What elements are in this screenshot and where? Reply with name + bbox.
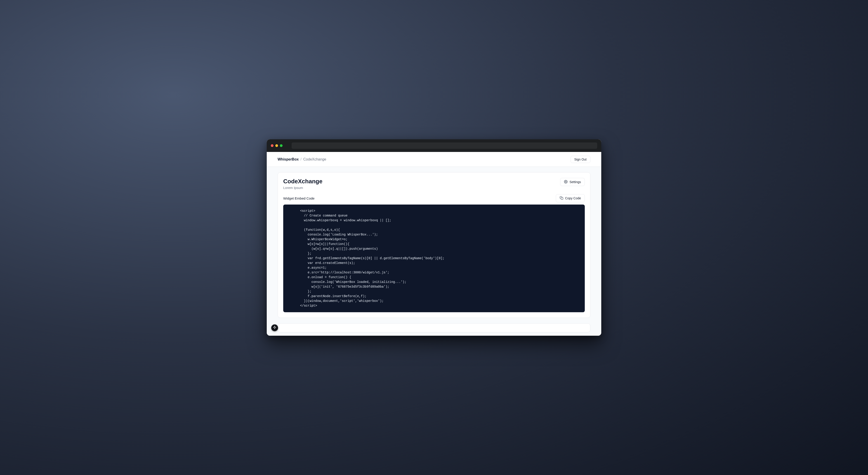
breadcrumb-brand[interactable]: WhisperBox (278, 157, 299, 161)
traffic-lights (271, 144, 283, 147)
bolt-icon (273, 326, 276, 330)
project-subtitle: Lorem Ipsum (283, 186, 322, 190)
sign-out-button[interactable]: Sign Out (570, 156, 590, 163)
svg-point-0 (565, 181, 566, 182)
sign-out-label: Sign Out (575, 158, 587, 161)
window-minimize-button[interactable] (275, 144, 278, 147)
breadcrumb: WhisperBox / CodeXchange (278, 157, 326, 161)
settings-label: Settings (569, 180, 581, 183)
dev-tools-badge[interactable] (271, 325, 278, 331)
embed-section-label: Widget Embed Code (283, 196, 314, 200)
settings-button[interactable]: Settings (560, 178, 585, 186)
svg-marker-2 (273, 326, 276, 329)
browser-chrome-bar (267, 139, 601, 152)
next-card (278, 323, 590, 332)
app-header: WhisperBox / CodeXchange Sign Out (267, 152, 601, 167)
project-title-block: CodeXchange Lorem Ipsum (283, 178, 322, 190)
copy-code-button[interactable]: Copy Code (556, 194, 585, 202)
project-card: CodeXchange Lorem Ipsum Settings Widget … (278, 172, 590, 318)
window-maximize-button[interactable] (280, 144, 283, 147)
embed-code-block[interactable]: <script> // Create command queue window.… (283, 205, 585, 312)
browser-window: WhisperBox / CodeXchange Sign Out CodeXc… (267, 139, 601, 336)
breadcrumb-current[interactable]: CodeXchange (303, 157, 326, 161)
content-area: CodeXchange Lorem Ipsum Settings Widget … (267, 167, 601, 336)
project-title: CodeXchange (283, 178, 322, 185)
svg-rect-1 (561, 198, 563, 200)
copy-icon (560, 196, 563, 200)
copy-code-label: Copy Code (565, 197, 581, 200)
browser-url-bar[interactable] (291, 142, 597, 149)
embed-section: Widget Embed Code Copy Code <script> // … (283, 194, 585, 312)
embed-section-header: Widget Embed Code Copy Code (283, 194, 585, 202)
window-close-button[interactable] (271, 144, 274, 147)
project-card-header: CodeXchange Lorem Ipsum Settings (283, 178, 585, 190)
gear-icon (564, 180, 567, 184)
breadcrumb-separator: / (301, 157, 301, 161)
